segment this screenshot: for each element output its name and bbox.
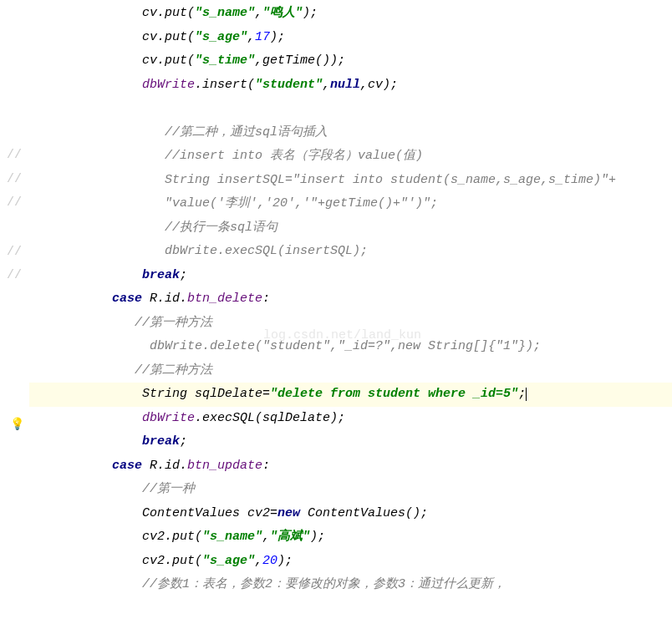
comment-marker: // — [7, 168, 22, 192]
gutter: // // // // // 💡 — [0, 0, 29, 629]
comment-marker: // — [7, 144, 22, 168]
comment-marker: // — [7, 264, 22, 288]
code-content[interactable]: log.csdn.net/land_kun cv.put("s_name","鸣… — [29, 0, 672, 629]
comment-marker: // — [7, 191, 22, 216]
code-editor[interactable]: // // // // // 💡 log.csdn.net/land_kun c… — [0, 0, 672, 629]
lightbulb-icon[interactable]: 💡 — [10, 413, 24, 436]
comment-marker: // — [7, 241, 22, 265]
text-cursor — [526, 388, 527, 402]
current-line: String sqlDelate="delete from student wh… — [29, 383, 672, 407]
